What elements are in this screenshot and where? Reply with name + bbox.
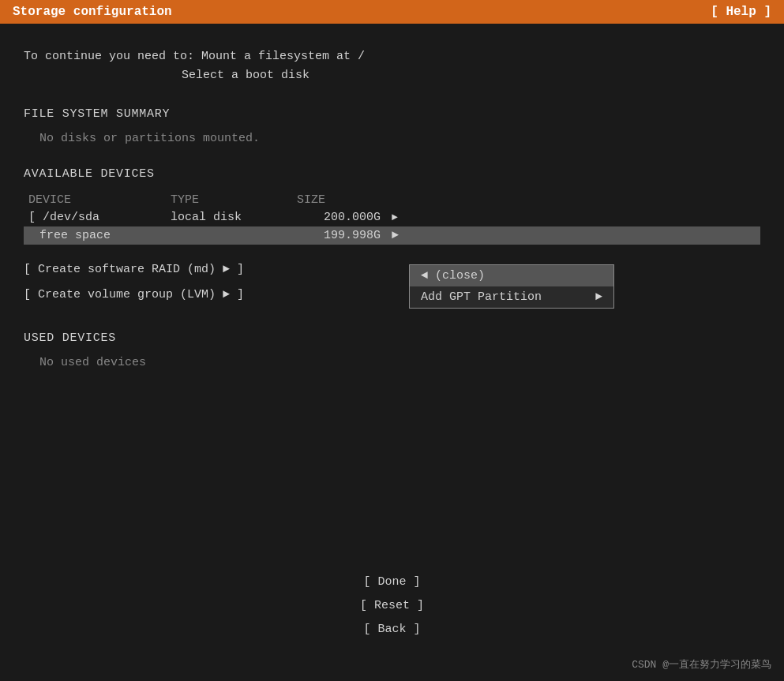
bottom-buttons: [ Done ] [ Reset ] [ Back ] — [360, 571, 424, 642]
close-label: ◄ (close) — [421, 269, 485, 283]
create-raid-action[interactable]: [ Create software RAID (md) ► ] — [24, 257, 760, 283]
no-partitions-message: No disks or partitions mounted. — [24, 132, 760, 145]
used-devices-label: USED DEVICES — [24, 331, 760, 345]
watermark: CSDN @一直在努力学习的菜鸟 — [632, 657, 771, 672]
device-size: 200.000G — [292, 208, 387, 226]
header-title: Storage configuration — [13, 5, 172, 19]
free-space-size: 199.998G — [292, 226, 387, 245]
devices-table: DEVICE TYPE SIZE [ /dev/sda local disk 2… — [24, 192, 760, 245]
popup-partition-item[interactable]: Add GPT Partition ► — [410, 286, 613, 308]
device-name: [ /dev/sda — [24, 208, 166, 226]
popup-close-item[interactable]: ◄ (close) — [410, 265, 613, 286]
create-lvm-action[interactable]: [ Create volume group (LVM) ► ] — [24, 283, 760, 308]
no-used-devices-message: No used devices — [24, 356, 760, 369]
instruction-line1: To continue you need to: Mount a filesys… — [24, 47, 760, 66]
action-links: [ Create software RAID (md) ► ] [ Create… — [24, 257, 760, 308]
free-space-row[interactable]: free space 199.998G ► — [24, 226, 760, 245]
free-space-name: free space — [24, 226, 166, 245]
reset-button[interactable]: [ Reset ] — [360, 594, 424, 618]
instruction-line2: Select a boot disk — [24, 66, 760, 85]
col-device: DEVICE — [24, 192, 166, 208]
col-size: SIZE — [292, 192, 387, 208]
device-arrow: ► — [387, 208, 760, 226]
available-devices-label: AVAILABLE DEVICES — [24, 167, 760, 181]
free-space-arrow: ► — [387, 226, 760, 245]
device-type: local disk — [166, 208, 292, 226]
col-type: TYPE — [166, 192, 292, 208]
partition-arrow: ► — [595, 290, 602, 304]
instruction-block: To continue you need to: Mount a filesys… — [24, 47, 760, 85]
free-space-type — [166, 226, 292, 245]
main-content: To continue you need to: Mount a filesys… — [0, 24, 784, 385]
table-row[interactable]: [ /dev/sda local disk 200.000G ► — [24, 208, 760, 226]
popup-menu: ◄ (close) Add GPT Partition ► — [409, 264, 614, 309]
partition-label: Add GPT Partition — [421, 290, 542, 304]
file-system-summary-label: FILE SYSTEM SUMMARY — [24, 107, 760, 121]
help-button[interactable]: [ Help ] — [711, 5, 771, 19]
header: Storage configuration [ Help ] — [0, 0, 784, 24]
done-button[interactable]: [ Done ] — [360, 571, 424, 594]
col-action — [387, 192, 760, 208]
back-button[interactable]: [ Back ] — [360, 618, 424, 642]
